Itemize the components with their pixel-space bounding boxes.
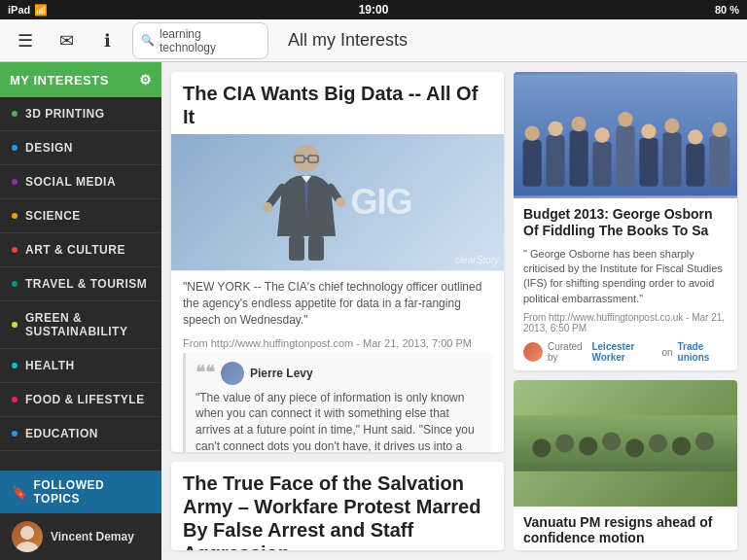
top-header: ☰ ✉ ℹ 🔍 learning technology All my Inter… xyxy=(0,19,747,62)
curator-name-budget: Leicester Worker xyxy=(591,341,657,363)
svg-rect-19 xyxy=(662,132,681,187)
mail-icon: ✉ xyxy=(59,30,74,52)
article-text: "NEW YORK -- The CIA's chief technology … xyxy=(171,270,504,335)
sidebar-item-label: HEALTH xyxy=(25,359,75,372)
followed-topics-label: FOLLOWED TOPICS xyxy=(34,478,151,506)
gig-text: GIG xyxy=(350,182,411,223)
sidebar-item-art-culture[interactable]: ART & CULTURE xyxy=(0,233,161,267)
parliament-svg xyxy=(514,72,737,198)
svg-rect-17 xyxy=(616,125,634,186)
quote-author: Pierre Levy xyxy=(250,366,313,382)
svg-point-23 xyxy=(548,122,562,136)
svg-point-29 xyxy=(688,129,702,144)
dot-icon xyxy=(12,397,18,402)
sidebar-item-label: EDUCATION xyxy=(25,427,98,440)
svg-point-39 xyxy=(695,432,714,450)
user-name: Vincent Demay xyxy=(51,530,134,543)
svg-point-26 xyxy=(618,112,632,126)
quote-block: ❝❝ Pierre Levy "The value of any piece o… xyxy=(183,353,492,452)
hamburger-icon: ☰ xyxy=(18,30,33,52)
sidebar: MY INTERESTS ⚙ 3D PRINTING DESIGN SOCIAL… xyxy=(0,62,161,560)
dot-icon xyxy=(12,145,18,151)
article-card-salvation[interactable]: The True Face of the Salvation Army – Wo… xyxy=(171,462,504,550)
svg-point-36 xyxy=(625,438,644,457)
my-interests-label: MY INTERESTS xyxy=(10,73,109,88)
sidebar-item-health[interactable]: HEALTH xyxy=(0,349,161,383)
article-source: From http://www.huffingtonpost.com - Mar… xyxy=(171,335,504,353)
article-card-cia[interactable]: The CIA Wants Big Data -- All Of It xyxy=(171,72,504,452)
svg-point-38 xyxy=(672,437,691,455)
dot-icon xyxy=(12,363,18,368)
ipad-label: iPad xyxy=(8,4,30,16)
curator-on: on xyxy=(661,347,672,358)
articles-column: The CIA Wants Big Data -- All Of It xyxy=(161,62,514,560)
article-title-budget: Budget 2013: George Osborn Of Fiddling T… xyxy=(514,198,737,243)
svg-point-32 xyxy=(532,438,551,457)
sidebar-item-label: SCIENCE xyxy=(25,209,81,223)
curator-row-budget: Curated by Leicester Worker on Trade uni… xyxy=(514,337,737,370)
article-quote-budget: " George Osborne has been sharply critic… xyxy=(514,243,737,311)
quote-header: ❝❝ Pierre Levy xyxy=(196,361,482,385)
svg-point-27 xyxy=(641,124,656,139)
curator-avatar-small xyxy=(523,342,543,362)
svg-rect-9 xyxy=(308,236,324,261)
search-icon: 🔍 xyxy=(141,34,155,47)
search-input[interactable]: learning technology xyxy=(160,27,260,54)
menu-button[interactable]: ☰ xyxy=(10,25,41,56)
article-title-vanuatu: Vanuatu PM resigns ahead of confidence m… xyxy=(514,507,737,550)
svg-rect-8 xyxy=(289,236,304,261)
sidebar-item-travel-tourism[interactable]: TRAVEL & TOURISM xyxy=(0,267,161,301)
sidebar-item-3d-printing[interactable]: 3D PRINTING xyxy=(0,97,161,131)
sidebar-item-design[interactable]: DESIGN xyxy=(0,131,161,165)
svg-rect-15 xyxy=(570,130,588,187)
header-icons: ☰ ✉ ℹ xyxy=(10,25,123,56)
sidebar-nav: 3D PRINTING DESIGN SOCIAL MEDIA SCIENCE … xyxy=(0,97,161,471)
speaker-svg xyxy=(263,139,350,265)
dot-icon xyxy=(12,281,18,287)
svg-point-28 xyxy=(664,119,679,133)
sidebar-item-education[interactable]: EDUCATION xyxy=(0,417,161,451)
user-profile[interactable]: Vincent Demay xyxy=(0,513,161,560)
svg-rect-18 xyxy=(639,138,658,187)
dot-icon xyxy=(12,431,18,437)
status-time: 19:00 xyxy=(359,3,389,17)
article-source-budget: From http://www.huffingtonpost.co.uk - M… xyxy=(514,310,737,337)
wifi-icon: 📶 xyxy=(34,4,48,17)
gear-icon: ⚙ xyxy=(139,72,153,88)
followed-topics-section[interactable]: 🔖 FOLLOWED TOPICS xyxy=(0,471,161,513)
svg-rect-20 xyxy=(686,144,704,187)
sidebar-item-green-sustainability[interactable]: GREEN & SUSTAINABILITY xyxy=(0,301,161,349)
mail-button[interactable]: ✉ xyxy=(51,25,82,56)
sidebar-item-label: TRAVEL & TOURISM xyxy=(25,277,147,291)
bookmark-icon: 🔖 xyxy=(12,485,28,500)
quote-mark-icon: ❝❝ xyxy=(196,361,215,385)
dot-icon xyxy=(12,111,18,117)
svg-point-25 xyxy=(594,127,609,142)
sidebar-item-label: ART & CULTURE xyxy=(25,243,125,257)
avatar xyxy=(12,521,43,552)
article-card-budget[interactable]: Budget 2013: George Osborn Of Fiddling T… xyxy=(514,72,737,370)
curator-label: Curated by xyxy=(548,341,587,363)
my-interests-button[interactable]: MY INTERESTS ⚙ xyxy=(0,62,161,97)
article-image-budget xyxy=(514,72,737,198)
search-box[interactable]: 🔍 learning technology xyxy=(132,22,268,59)
article-card-vanuatu[interactable]: Vanuatu PM resigns ahead of confidence m… xyxy=(514,380,737,550)
svg-point-1 xyxy=(16,542,39,552)
info-button[interactable]: ℹ xyxy=(91,25,123,56)
svg-point-7 xyxy=(336,197,345,207)
article-title-salvation: The True Face of the Salvation Army – Wo… xyxy=(171,462,504,550)
watermark: clearStory xyxy=(455,255,499,265)
content-area: The CIA Wants Big Data -- All Of It xyxy=(161,62,747,560)
sidebar-item-food-lifestyle[interactable]: FOOD & LIFESTYLE xyxy=(0,383,161,417)
svg-point-6 xyxy=(263,202,272,212)
status-bar-right: 80 % xyxy=(715,4,739,16)
sidebar-item-science[interactable]: SCIENCE xyxy=(0,199,161,233)
main-layout: MY INTERESTS ⚙ 3D PRINTING DESIGN SOCIAL… xyxy=(0,62,747,560)
sidebar-item-social-media[interactable]: SOCIAL MEDIA xyxy=(0,165,161,199)
sidebar-item-label: FOOD & LIFESTYLE xyxy=(25,393,145,406)
status-bar: iPad 📶 19:00 80 % xyxy=(0,0,747,19)
article-image-cia: GIG clearStory xyxy=(171,134,504,270)
curator-topic-budget: Trade unions xyxy=(678,341,728,363)
page-title: All my Interests xyxy=(288,30,408,51)
svg-point-33 xyxy=(555,434,574,452)
